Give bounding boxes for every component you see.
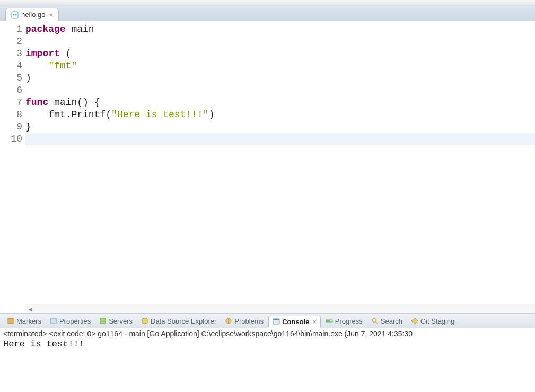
- horizontal-scrollbar[interactable]: ◄: [25, 304, 535, 313]
- database-icon: [141, 317, 148, 325]
- tab-search[interactable]: Search: [367, 316, 406, 327]
- svg-rect-3: [8, 318, 13, 324]
- console-icon: [273, 318, 280, 325]
- scroll-left-icon[interactable]: ◄: [25, 304, 35, 314]
- tab-label: Git Staging: [420, 317, 454, 325]
- svg-rect-11: [273, 319, 279, 320]
- svg-point-2: [15, 14, 16, 15]
- code-line[interactable]: [25, 84, 535, 97]
- console-output: Here is test!!!: [3, 339, 532, 349]
- tab-problems[interactable]: ! Problems: [221, 316, 267, 327]
- svg-rect-5: [100, 318, 106, 320]
- tab-progress[interactable]: Progress: [322, 316, 366, 327]
- tab-label: Properties: [59, 317, 91, 325]
- svg-line-15: [376, 322, 378, 324]
- svg-point-14: [372, 319, 376, 323]
- svg-rect-0: [12, 12, 18, 18]
- toolbar-strip: [0, 0, 535, 5]
- tab-label: Progress: [335, 317, 363, 325]
- console-panel[interactable]: <terminated> <exit code: 0> go1164 - mai…: [0, 328, 535, 392]
- servers-icon: [99, 317, 107, 325]
- tab-markers[interactable]: Markers: [3, 316, 45, 327]
- svg-rect-13: [326, 320, 330, 322]
- line-number-gutter: 12345678910: [0, 21, 25, 313]
- bottom-panel-tabs: Markers Properties Servers Data Source E…: [0, 313, 535, 328]
- code-line[interactable]: [25, 133, 535, 145]
- markers-icon: [7, 317, 14, 325]
- svg-text:!: !: [228, 318, 230, 324]
- search-icon: [371, 317, 379, 325]
- svg-rect-4: [50, 319, 57, 323]
- code-content[interactable]: package main import ( "fmt") func main()…: [25, 21, 535, 313]
- close-icon[interactable]: ✕: [313, 318, 317, 325]
- progress-icon: [326, 317, 333, 325]
- code-line[interactable]: }: [25, 121, 535, 133]
- code-line[interactable]: [25, 36, 535, 48]
- editor-tab-label: hello.go: [21, 11, 46, 19]
- tab-label: Data Source Explorer: [151, 317, 216, 325]
- code-line[interactable]: func main() {: [25, 97, 535, 109]
- tab-git-staging[interactable]: Git Staging: [407, 316, 458, 327]
- properties-icon: [50, 317, 57, 325]
- code-line[interactable]: package main: [25, 23, 535, 36]
- tab-label: Console: [282, 318, 309, 326]
- console-status-line: <terminated> <exit code: 0> go1164 - mai…: [3, 329, 532, 338]
- tab-label: Markers: [16, 317, 41, 325]
- go-file-icon: [11, 11, 19, 19]
- code-line[interactable]: import (: [25, 48, 535, 60]
- tab-label: Search: [381, 317, 402, 325]
- editor-tab-hello-go[interactable]: hello.go ✕: [5, 8, 59, 21]
- tab-label: Servers: [109, 317, 133, 325]
- tab-console[interactable]: Console ✕: [268, 316, 321, 328]
- code-editor[interactable]: 12345678910 package main import ( "fmt")…: [0, 21, 535, 313]
- svg-rect-6: [100, 321, 106, 324]
- close-icon[interactable]: ✕: [49, 11, 53, 19]
- tab-properties[interactable]: Properties: [46, 316, 94, 327]
- code-line[interactable]: fmt.Printf("Here is test!!!"): [25, 109, 535, 121]
- code-line[interactable]: ): [25, 72, 535, 84]
- tab-data-source-explorer[interactable]: Data Source Explorer: [137, 316, 220, 327]
- problems-icon: !: [225, 317, 232, 325]
- tab-servers[interactable]: Servers: [95, 316, 136, 327]
- tab-label: Problems: [234, 317, 264, 325]
- svg-point-1: [13, 14, 14, 15]
- git-icon: [411, 317, 418, 325]
- code-line[interactable]: "fmt": [25, 60, 535, 72]
- editor-tab-bar: hello.go ✕: [0, 5, 535, 21]
